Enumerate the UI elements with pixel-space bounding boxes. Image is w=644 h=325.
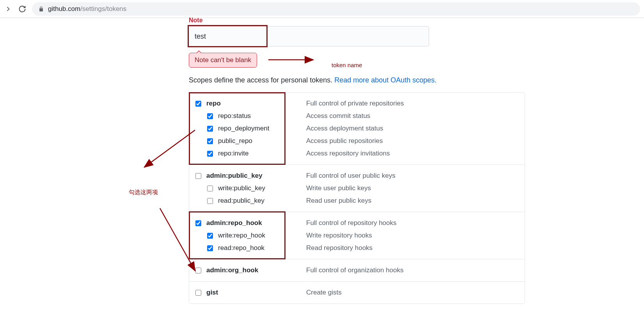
scope-description: Access commit status [306, 112, 370, 120]
url-text: github.com/settings/tokens [48, 5, 126, 13]
scope-name-label: admin:public_key [206, 172, 263, 179]
scope-table: repoFull control of private repositories… [189, 92, 525, 304]
scope-description: Access public repositories [306, 137, 383, 145]
svg-line-1 [144, 130, 195, 167]
browser-chrome: github.com/settings/tokens [0, 0, 644, 18]
scope-row: admin:org_hookFull control of organizati… [195, 264, 518, 277]
scopes-description-text: Scopes define the access for personal to… [189, 76, 334, 84]
scope-name-label: write:repo_hook [218, 232, 265, 239]
scope-group-admin_public_key: admin:public_keyFull control of user pub… [189, 164, 525, 212]
scope-name-label: repo_deployment [218, 125, 269, 132]
page-body: Note Note can't be blank Scopes define t… [0, 17, 644, 304]
scope-name-label: gist [206, 289, 218, 296]
scope-checkbox[interactable] [207, 151, 213, 157]
scope-name-label: read:repo_hook [218, 244, 264, 252]
scope-row: repo_deploymentAccess deployment status [195, 122, 518, 135]
scopes-description: Scopes define the access for personal to… [189, 76, 524, 84]
scope-row: admin:public_keyFull control of user pub… [195, 170, 518, 182]
scope-checkbox[interactable] [195, 290, 201, 296]
scope-description: Full control of user public keys [306, 172, 396, 180]
scope-description: Create gists [306, 289, 342, 296]
scope-group-gist: gistCreate gists [189, 281, 525, 304]
scope-checkbox[interactable] [195, 220, 201, 226]
lock-icon [38, 6, 44, 12]
scope-name-label: public_repo [218, 137, 252, 145]
scope-row: read:public_keyRead user public keys [195, 195, 518, 207]
scope-checkbox[interactable] [207, 233, 213, 239]
url-path: /settings/tokens [80, 5, 126, 12]
scope-checkbox[interactable] [207, 113, 213, 119]
scope-checkbox[interactable] [207, 198, 213, 204]
annotation-label-check-these: 勾选这两项 [129, 189, 158, 196]
scope-row: gistCreate gists [195, 286, 518, 299]
scope-name-label: write:public_key [218, 184, 265, 192]
forward-button[interactable] [4, 5, 12, 13]
scope-checkbox[interactable] [195, 101, 201, 107]
scope-row: repoFull control of private repositories [195, 97, 518, 110]
scope-name-label: admin:repo_hook [206, 219, 262, 227]
scope-group-admin_repo_hook: admin:repo_hookFull control of repositor… [189, 212, 525, 259]
scope-description: Read user public keys [306, 197, 371, 205]
scope-description: Access repository invitations [306, 150, 390, 157]
scope-name-label: repo:status [218, 112, 251, 120]
scope-checkbox[interactable] [195, 173, 201, 179]
address-bar[interactable]: github.com/settings/tokens [32, 2, 640, 16]
scope-row: public_repoAccess public repositories [195, 135, 518, 147]
scope-description: Access deployment status [306, 125, 383, 132]
scope-description: Full control of organization hooks [306, 266, 403, 274]
scope-description: Full control of private repositories [306, 100, 404, 107]
scope-name-label: repo:invite [218, 150, 248, 157]
scope-group-repo: repoFull control of private repositories… [189, 93, 525, 164]
scope-checkbox[interactable] [207, 138, 213, 144]
scope-description: Write repository hooks [306, 232, 372, 239]
scope-checkbox[interactable] [207, 245, 213, 251]
scope-name-label: admin:org_hook [206, 266, 258, 274]
scope-checkbox[interactable] [207, 186, 213, 191]
note-field-label: Note [189, 17, 524, 24]
scope-group-admin_org_hook: admin:org_hookFull control of organizati… [189, 259, 525, 281]
scope-name-label: read:public_key [218, 197, 264, 204]
scope-row: repo:inviteAccess repository invitations [195, 147, 518, 160]
scope-checkbox[interactable] [207, 126, 213, 132]
oauth-scopes-link[interactable]: Read more about OAuth scopes. [334, 76, 436, 84]
scope-checkbox[interactable] [195, 268, 201, 273]
scope-row: read:repo_hookRead repository hooks [195, 242, 518, 254]
scope-row: write:public_keyWrite user public keys [195, 182, 518, 195]
scope-row: admin:repo_hookFull control of repositor… [195, 217, 518, 229]
scope-row: write:repo_hookWrite repository hooks [195, 229, 518, 242]
scope-description: Write user public keys [306, 184, 371, 192]
scope-description: Full control of repository hooks [306, 219, 397, 227]
scope-name-label: repo [206, 100, 221, 107]
reload-button[interactable] [18, 5, 27, 13]
url-host: github.com [48, 5, 80, 12]
scope-description: Read repository hooks [306, 244, 373, 252]
note-input[interactable] [189, 26, 429, 46]
note-error-message: Note can't be blank [189, 53, 257, 68]
scope-row: repo:statusAccess commit status [195, 110, 518, 122]
